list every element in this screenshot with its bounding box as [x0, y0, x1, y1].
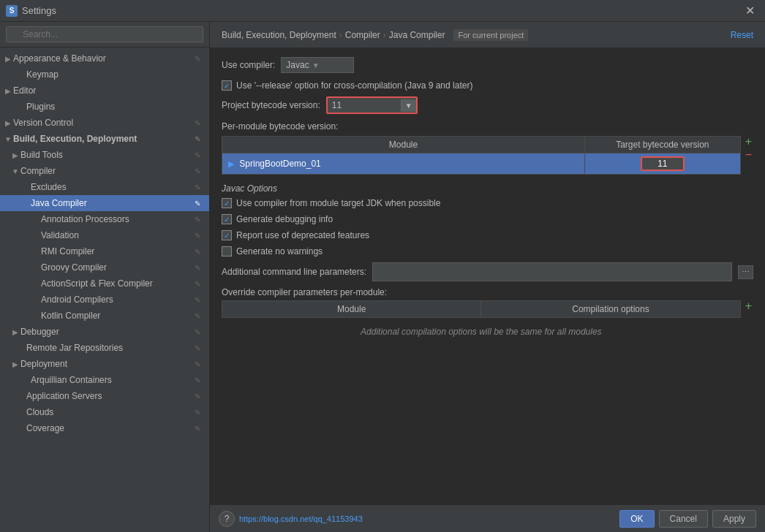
- sidebar-item-label: Remote Jar Repositories: [26, 343, 195, 353]
- override-label: Override compiler parameters per-module:: [222, 287, 753, 297]
- ok-button[interactable]: OK: [619, 510, 654, 528]
- module-col-header: Module: [222, 137, 585, 153]
- content-area: Build, Execution, Deployment › Compiler …: [210, 22, 765, 532]
- expand-cmdline-button[interactable]: ⋯: [738, 265, 753, 279]
- dialog-buttons: OK Cancel Apply: [619, 510, 756, 528]
- bytecode-input[interactable]: [328, 98, 401, 113]
- cmdline-label: Additional command line parameters:: [222, 267, 366, 277]
- sidebar-item-label: Keymap: [26, 69, 203, 80]
- edit-icon: ✎: [195, 248, 200, 256]
- sidebar-item-kotlin[interactable]: Kotlin Compiler ✎: [0, 308, 209, 324]
- main-container: ▶ Appearance & Behavior ✎ Keymap ▶ Edito…: [0, 22, 765, 532]
- apply-button[interactable]: Apply: [712, 510, 756, 528]
- search-box: [0, 22, 209, 48]
- close-button[interactable]: ✕: [741, 2, 759, 19]
- bytecode-dropdown[interactable]: ▼: [401, 99, 416, 112]
- sidebar-item-compiler[interactable]: ▼ Compiler ✎: [0, 163, 209, 179]
- edit-icon: ✎: [195, 119, 200, 127]
- sidebar-item-app-servers[interactable]: Application Servers ✎: [0, 388, 209, 404]
- table-row[interactable]: ▶ SpringBootDemo_01 11: [222, 153, 741, 175]
- tree-arrow: ▼: [3, 135, 13, 143]
- sidebar-item-appearance[interactable]: ▶ Appearance & Behavior ✎: [0, 50, 209, 66]
- edit-icon: ✎: [195, 280, 200, 288]
- sidebar-item-arquillian[interactable]: Arquillian Containers ✎: [0, 372, 209, 388]
- edit-icon: ✎: [195, 360, 200, 368]
- sidebar-item-label: Editor: [13, 86, 203, 96]
- sidebar-item-version-control[interactable]: ▶ Version Control ✎: [0, 115, 209, 131]
- module-icon: ▶: [228, 159, 234, 168]
- generate-debug-checkbox[interactable]: [222, 214, 232, 224]
- sidebar-item-label: ActionScript & Flex Compiler: [41, 278, 195, 289]
- sidebar: ▶ Appearance & Behavior ✎ Keymap ▶ Edito…: [0, 22, 210, 532]
- cross-compile-checkbox[interactable]: [222, 80, 232, 91]
- edit-icon: ✎: [195, 264, 200, 272]
- url-bar: https://blog.csdn.net/qq_41153943: [239, 514, 363, 523]
- sidebar-item-editor[interactable]: ▶ Editor: [0, 83, 209, 99]
- cross-compile-row: Use '--release' option for cross-compila…: [222, 80, 753, 91]
- bytecode-input-wrapper: ▼: [326, 96, 418, 114]
- sidebar-item-label: RMI Compiler: [41, 246, 195, 256]
- table-buttons: + −: [744, 136, 753, 161]
- bytecode-row: Project bytecode version: ▼: [222, 96, 753, 114]
- sidebar-item-label: Coverage: [26, 423, 195, 433]
- sidebar-tree: ▶ Appearance & Behavior ✎ Keymap ▶ Edito…: [0, 48, 209, 532]
- cancel-button[interactable]: Cancel: [659, 510, 708, 528]
- sidebar-item-label: Debugger: [20, 327, 195, 337]
- sidebar-item-coverage[interactable]: Coverage ✎: [0, 420, 209, 436]
- sidebar-item-keymap[interactable]: Keymap: [0, 66, 209, 83]
- sidebar-item-label: Application Servers: [26, 391, 195, 401]
- sidebar-item-excludes[interactable]: Excludes ✎: [0, 179, 209, 195]
- report-deprecated-checkbox[interactable]: [222, 230, 232, 240]
- edit-icon: ✎: [195, 408, 200, 417]
- sidebar-item-label: Java Compiler: [31, 198, 195, 208]
- sidebar-item-clouds[interactable]: Clouds ✎: [0, 404, 209, 420]
- sidebar-item-plugins[interactable]: Plugins: [0, 99, 209, 115]
- add-override-button[interactable]: +: [744, 300, 753, 312]
- sidebar-item-java-compiler[interactable]: Java Compiler ✎: [0, 195, 209, 211]
- sidebar-item-validation[interactable]: Validation ✎: [0, 227, 209, 243]
- cross-compile-label: Use '--release' option for cross-compila…: [236, 80, 472, 91]
- use-module-target-checkbox[interactable]: [222, 198, 232, 208]
- module-name: SpringBootDemo_01: [239, 159, 320, 169]
- help-button[interactable]: ?: [219, 511, 235, 527]
- use-compiler-row: Use compiler: Javac ▼: [222, 57, 753, 73]
- sidebar-item-label: Groovy Compiler: [41, 262, 195, 273]
- sidebar-item-remote-jar[interactable]: Remote Jar Repositories ✎: [0, 340, 209, 356]
- tree-arrow: ▶: [10, 328, 20, 336]
- compiler-select[interactable]: Javac ▼: [281, 57, 354, 73]
- per-module-label-row: Per-module bytecode version:: [222, 121, 753, 132]
- override-options-header: Compilation options: [481, 301, 740, 318]
- sidebar-item-label: Validation: [41, 230, 195, 240]
- breadcrumb-java-compiler: Java Compiler: [389, 30, 445, 40]
- cmdline-input[interactable]: [372, 262, 732, 281]
- sidebar-item-rmi[interactable]: RMI Compiler ✎: [0, 243, 209, 259]
- edit-icon: ✎: [195, 200, 200, 208]
- sidebar-item-actionscript[interactable]: ActionScript & Flex Compiler ✎: [0, 276, 209, 292]
- sidebar-item-build-execution[interactable]: ▼ Build, Execution, Deployment ✎: [0, 131, 209, 147]
- edit-icon: ✎: [195, 167, 200, 175]
- sidebar-item-groovy[interactable]: Groovy Compiler ✎: [0, 259, 209, 276]
- dropdown-arrow-icon: ▼: [312, 61, 320, 69]
- sidebar-item-build-tools[interactable]: ▶ Build Tools ✎: [0, 147, 209, 163]
- sidebar-item-deployment[interactable]: ▶ Deployment ✎: [0, 356, 209, 372]
- search-input[interactable]: [6, 26, 203, 42]
- compiler-value: Javac: [286, 60, 309, 70]
- sidebar-item-android[interactable]: Android Compilers ✎: [0, 292, 209, 308]
- edit-icon: ✎: [195, 151, 200, 159]
- content-body: Use compiler: Javac ▼ Use '--release' op…: [210, 48, 765, 504]
- tree-arrow: ▶: [3, 55, 13, 63]
- edit-icon: ✎: [195, 216, 200, 224]
- edit-icon: ✎: [195, 376, 200, 384]
- sidebar-item-debugger[interactable]: ▶ Debugger ✎: [0, 324, 209, 340]
- sidebar-item-label: Appearance & Behavior: [13, 53, 195, 64]
- sidebar-item-annotation[interactable]: Annotation Processors ✎: [0, 211, 209, 227]
- add-module-button[interactable]: +: [744, 136, 753, 148]
- reset-button[interactable]: Reset: [731, 30, 753, 40]
- no-warnings-checkbox[interactable]: [222, 246, 232, 256]
- sidebar-item-label: Kotlin Compiler: [41, 311, 195, 321]
- generate-debug-row: Generate debugging info: [222, 214, 753, 224]
- breadcrumb-compiler: Compiler: [345, 30, 380, 40]
- remove-module-button[interactable]: −: [744, 149, 753, 161]
- sidebar-item-label: Deployment: [20, 359, 195, 369]
- breadcrumb: Build, Execution, Deployment › Compiler …: [222, 30, 528, 40]
